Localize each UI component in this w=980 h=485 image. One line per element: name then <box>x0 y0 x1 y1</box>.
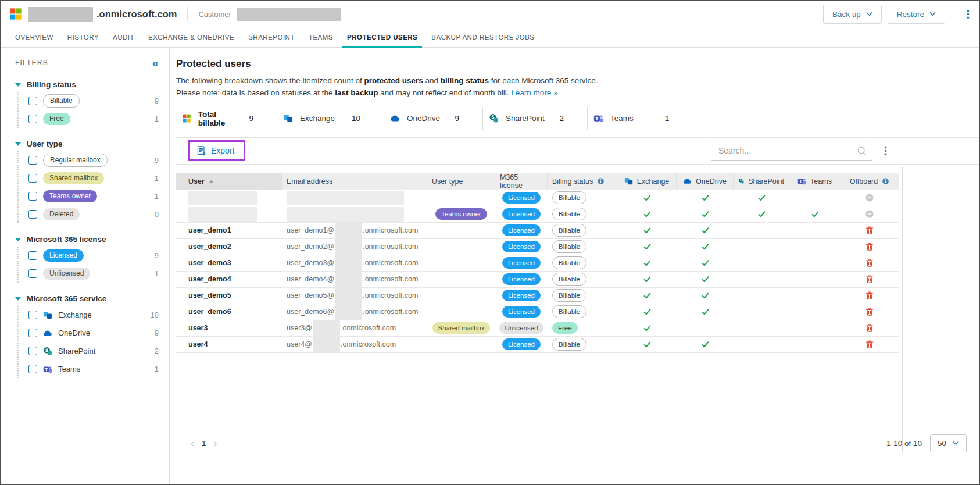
filter-item-regular-mailbox[interactable]: Regular mailbox9 <box>28 151 159 169</box>
checkbox[interactable] <box>28 329 37 337</box>
column-header-user[interactable]: User <box>176 173 282 190</box>
cell-billing: Billable <box>548 239 617 255</box>
backup-button[interactable]: Back up <box>823 5 882 24</box>
offboard-delete-button[interactable] <box>865 291 874 300</box>
prev-page-button[interactable]: ‹ <box>184 437 201 450</box>
column-header-teams[interactable]: TTeams <box>789 173 840 190</box>
checkbox[interactable] <box>28 115 37 123</box>
tab-audit[interactable]: AUDIT <box>106 27 141 47</box>
filter-count: 1 <box>155 269 159 278</box>
filter-item-licensed[interactable]: Licensed9 <box>28 247 159 265</box>
checkbox[interactable] <box>28 174 37 183</box>
filter-section-header[interactable]: Microsoft 365 service <box>15 294 159 303</box>
cell-user: user_demo4 <box>176 272 282 287</box>
checkbox[interactable] <box>28 347 37 355</box>
learn-more-link[interactable]: Learn more » <box>511 88 557 97</box>
filter-badge: Regular mailbox <box>43 154 108 167</box>
column-label: User type <box>432 177 463 186</box>
microsoft-logo-icon <box>9 8 22 20</box>
column-header-offboard[interactable]: Offboard <box>840 173 899 190</box>
search-icon <box>857 146 867 156</box>
filter-item-unlicensed[interactable]: Unlicensed1 <box>28 265 159 283</box>
tab-history[interactable]: HISTORY <box>60 27 106 47</box>
offboard-delete-button[interactable] <box>865 323 874 333</box>
scrollbar-track[interactable] <box>902 167 903 452</box>
filter-item-teams[interactable]: TTeams1 <box>28 360 159 378</box>
billing-badge: Billable <box>552 273 586 285</box>
page-size-select[interactable]: 50 <box>930 434 967 452</box>
export-button[interactable]: Export <box>196 145 234 156</box>
offboard-delete-button[interactable] <box>865 226 874 235</box>
email-address: user_demo5@.onmicrosoft.com <box>287 288 418 304</box>
column-label: OneDrive <box>696 177 727 186</box>
next-page-button[interactable]: › <box>208 437 224 450</box>
check-icon <box>643 340 652 349</box>
filter-section-header[interactable]: Billing status <box>15 80 159 89</box>
filter-count: 9 <box>155 251 159 260</box>
filter-item-onedrive[interactable]: OneDrive9 <box>28 324 159 342</box>
filter-item-billable[interactable]: Billable9 <box>28 92 159 110</box>
sortasc-icon <box>209 180 214 183</box>
filter-item-deleted[interactable]: Deleted0 <box>28 205 159 223</box>
cell-billing: Billable <box>548 288 617 304</box>
checkbox[interactable] <box>28 251 37 260</box>
cell-onedrive <box>677 304 734 320</box>
cell-user-type: Shared mailbox <box>427 320 495 336</box>
filter-badge: Unlicensed <box>43 268 90 280</box>
offboard-delete-button[interactable] <box>865 340 874 349</box>
checkbox[interactable] <box>28 311 37 319</box>
check-icon <box>701 308 710 316</box>
checkbox[interactable] <box>28 156 37 165</box>
filter-section-header[interactable]: User type <box>15 140 159 148</box>
cell-user-type <box>427 255 495 271</box>
filter-item-sharepoint[interactable]: SSharePoint2 <box>28 342 159 360</box>
offboard-delete-button[interactable] <box>865 258 874 268</box>
cell-billing: Billable <box>548 190 617 206</box>
offboard-delete-button[interactable] <box>865 307 874 316</box>
column-header-email-address[interactable]: Email address <box>282 173 427 190</box>
table-options-icon[interactable] <box>884 146 887 156</box>
more-options-icon[interactable] <box>967 9 970 19</box>
column-header-sharepoint[interactable]: SSharePoint <box>734 173 789 190</box>
column-header-exchange[interactable]: Exchange <box>617 173 677 190</box>
checkbox[interactable] <box>28 365 37 373</box>
tab-sharepoint[interactable]: SHAREPOINT <box>241 27 302 47</box>
checkbox[interactable] <box>28 192 37 201</box>
license-badge: Licensed <box>502 241 541 252</box>
filter-item-teams-owner[interactable]: Teams owner1 <box>28 187 159 205</box>
check-icon <box>643 324 652 333</box>
tab-exchange-onedrive[interactable]: EXCHANGE & ONEDRIVE <box>141 27 241 47</box>
filter-item-free[interactable]: Free1 <box>28 110 159 128</box>
filter-items: Regular mailbox9Shared mailbox1Teams own… <box>17 151 159 223</box>
tab-protected-users[interactable]: PROTECTED USERS <box>340 27 424 47</box>
column-header-user-type[interactable]: User type <box>427 173 495 190</box>
email-prefix: user_demo4@ <box>287 275 334 283</box>
column-header-onedrive[interactable]: OneDrive <box>677 173 734 190</box>
checkbox[interactable] <box>28 269 37 278</box>
column-header-m365-license[interactable]: M365 license <box>495 173 548 190</box>
collapse-sidebar-button[interactable]: « <box>152 57 159 69</box>
filter-item-shared-mailbox[interactable]: Shared mailbox1 <box>28 169 159 187</box>
cell-user-type <box>427 190 495 206</box>
filter-item-exchange[interactable]: Exchange10 <box>28 306 159 324</box>
search-input[interactable] <box>711 146 872 155</box>
column-header-billing-status[interactable]: Billing status <box>548 173 617 190</box>
cell-onedrive <box>677 239 734 255</box>
checkbox[interactable] <box>28 97 37 105</box>
offboard-delete-button[interactable] <box>865 242 874 251</box>
check-icon <box>701 226 710 235</box>
table-row: user_demo2user_demo2@.onmicrosoft.comLic… <box>176 239 899 255</box>
checkbox[interactable] <box>28 210 37 219</box>
tab-teams[interactable]: TEAMS <box>302 27 340 47</box>
email-address: user3@.onmicrosoft.com <box>287 320 396 336</box>
filter-section-header[interactable]: Microsoft 365 license <box>15 235 159 244</box>
cell-exchange <box>617 304 677 320</box>
cell-user: user_demo5 <box>176 288 282 304</box>
cell-offboard <box>840 337 899 352</box>
offboard-delete-button[interactable] <box>865 274 874 284</box>
current-page[interactable]: 1 <box>202 439 206 448</box>
restore-button[interactable]: Restore <box>888 5 945 24</box>
redacted-domain <box>335 223 362 238</box>
tab-backup-and-restore-jobs[interactable]: BACKUP AND RESTORE JOBS <box>424 27 541 47</box>
tab-overview[interactable]: OVERVIEW <box>8 27 60 47</box>
